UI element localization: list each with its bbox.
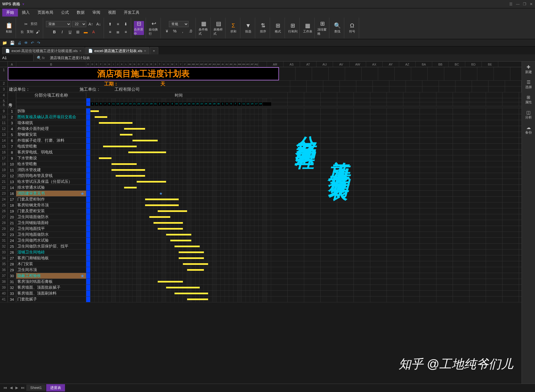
cond-format-button[interactable]: ▦条件格式 bbox=[199, 21, 209, 35]
task-row[interactable]: 2417门套及壁柜制作 bbox=[0, 197, 522, 202]
fx-icon[interactable]: 🔍 fx bbox=[34, 56, 48, 60]
task-row[interactable]: 3730隐蔽工程验收★ bbox=[0, 273, 522, 279]
paste-button[interactable]: 📋粘贴 bbox=[4, 21, 14, 35]
menu-data[interactable]: 数据 bbox=[73, 9, 89, 17]
task-row[interactable]: 2316消防建审意见书★★ bbox=[0, 191, 522, 197]
preview-icon[interactable]: 👁 bbox=[24, 41, 28, 45]
file-tab-0[interactable]: 📄excel-高层住宅楼施工进度计划横道图.xls× bbox=[2, 47, 85, 54]
sp-prop[interactable]: ⊞属性 bbox=[525, 95, 532, 105]
nav-next-icon[interactable]: ▶ bbox=[14, 386, 19, 390]
filter-button[interactable]: ▼筛选 bbox=[243, 21, 253, 35]
border-icon[interactable]: ⊞ bbox=[75, 29, 81, 35]
task-row[interactable]: 2922卫生间地面找平 bbox=[0, 226, 522, 232]
align-mid-icon[interactable]: ≡ bbox=[115, 21, 121, 27]
task-row[interactable]: 3124卫生间做闭水试验 bbox=[0, 238, 522, 244]
font-select[interactable]: 宋体 bbox=[46, 21, 71, 27]
task-row[interactable]: 3629卫生间吊顶 bbox=[0, 267, 522, 273]
open-icon[interactable]: 📁 bbox=[2, 41, 7, 45]
menu-review[interactable]: 审阅 bbox=[89, 9, 104, 17]
align-center-icon[interactable]: ≣ bbox=[115, 29, 121, 35]
font-color-icon[interactable]: A bbox=[90, 29, 97, 35]
task-row[interactable]: 3528木门安装 bbox=[0, 261, 522, 267]
task-row[interactable]: 2214排水管通水试验 bbox=[0, 185, 522, 191]
wrap-button[interactable]: ↩自动换行 bbox=[149, 21, 159, 35]
sp-analyze[interactable]: ◫分析 bbox=[525, 110, 532, 120]
number-format-select[interactable]: 常规 bbox=[169, 21, 189, 27]
menu-view[interactable]: 视图 bbox=[104, 9, 120, 17]
print-icon[interactable]: 🖨 bbox=[17, 41, 21, 45]
sheet-tab-0[interactable]: Sheet1 bbox=[26, 384, 46, 391]
align-top-icon[interactable]: ⬆ bbox=[107, 21, 113, 27]
task-row[interactable]: 135塑钢窗安装 bbox=[0, 132, 522, 138]
copy-icon[interactable]: ⎘ bbox=[19, 29, 25, 35]
table-style-button[interactable]: ▤表格样式 bbox=[213, 21, 224, 35]
sheet-area[interactable]: ABCDEFGHIJKLMNOPQRSTUVWXYZAAABACADAEAFAG… bbox=[0, 62, 522, 384]
task-row[interactable]: 3023卫生间地面做防水 bbox=[0, 232, 522, 238]
align-right-icon[interactable]: ≡ bbox=[122, 29, 129, 35]
task-row[interactable]: 179下水管敷设 bbox=[0, 155, 522, 161]
sum-button[interactable]: Σ求和 bbox=[228, 21, 238, 35]
task-row[interactable]: 1810给水管暗敷 bbox=[0, 161, 522, 167]
merge-button[interactable]: ⊟合并居中 bbox=[134, 21, 144, 35]
symbol-button[interactable]: Ω符号 bbox=[347, 21, 357, 35]
task-row[interactable]: 168客房穿电线、弱电线 bbox=[0, 150, 522, 155]
decrease-font-icon[interactable]: A↓ bbox=[95, 21, 102, 27]
task-row[interactable]: 3932客房墙面、顶面批嵌腻子 bbox=[0, 285, 522, 291]
save-icon[interactable]: 💾 bbox=[10, 41, 15, 45]
task-row[interactable]: 2518客房轻钢龙骨吊顶 bbox=[0, 202, 522, 208]
increase-font-icon[interactable]: A↑ bbox=[87, 21, 94, 27]
sp-new[interactable]: ✚新建 bbox=[525, 64, 532, 74]
task-row[interactable]: 2821卫生间铺贴墙面砖 bbox=[0, 220, 522, 226]
menu-start[interactable]: 开始 bbox=[2, 9, 18, 17]
align-bot-icon[interactable]: ⬇ bbox=[122, 21, 129, 27]
close-tab-icon[interactable]: × bbox=[144, 49, 146, 53]
sheet-tab-1[interactable]: 进度表 bbox=[46, 384, 65, 391]
task-row[interactable]: 2720卫生间墙面做防水 bbox=[0, 214, 522, 220]
freeze-button[interactable]: ⊞冻结窗格 bbox=[317, 21, 327, 35]
menu-icon[interactable]: ☰ bbox=[509, 2, 513, 6]
menu-layout[interactable]: 页面布局 bbox=[34, 9, 57, 17]
currency-icon[interactable]: ¥ bbox=[164, 28, 170, 34]
close-icon[interactable]: ✕ bbox=[530, 2, 533, 6]
format-painter-icon[interactable]: 🖌 bbox=[34, 29, 41, 35]
minimize-icon[interactable]: — bbox=[516, 2, 520, 6]
menu-insert[interactable]: 插入 bbox=[18, 9, 34, 17]
nav-first-icon[interactable]: ⏮ bbox=[2, 386, 8, 390]
percent-icon[interactable]: % bbox=[171, 28, 178, 34]
task-row[interactable]: 4134门套批腻子 bbox=[0, 297, 522, 302]
task-row[interactable]: 124外墙体介面剂处理 bbox=[0, 126, 522, 132]
task-row[interactable]: 1911消防水管改建 bbox=[0, 167, 522, 173]
task-row[interactable]: 2619门套及壁柜安装 bbox=[0, 208, 522, 214]
align-left-icon[interactable]: ≡ bbox=[107, 29, 113, 35]
find-button[interactable]: 🔍查找 bbox=[332, 21, 342, 35]
task-row[interactable]: 102图纸复核及确认及召开项目交底会 bbox=[0, 114, 522, 120]
formula-input[interactable]: 酒店项目施工进度计划表 bbox=[48, 55, 535, 60]
task-row[interactable]: 113墙体砌筑 bbox=[0, 120, 522, 126]
cut-icon[interactable]: ✂ bbox=[23, 21, 29, 27]
sp-select[interactable]: ☰选择 bbox=[525, 80, 532, 90]
rowcol-button[interactable]: ⊞行和列 bbox=[288, 21, 298, 35]
add-tab-button[interactable]: + bbox=[150, 47, 158, 54]
inc-decimal-icon[interactable]: .0 bbox=[187, 28, 194, 34]
close-tab-icon[interactable]: × bbox=[79, 49, 82, 53]
fill-color-icon[interactable]: ▬ bbox=[82, 29, 89, 35]
nav-last-icon[interactable]: ⏭ bbox=[20, 386, 26, 390]
task-row[interactable]: 4033客房墙面、顶面刷涂料 bbox=[0, 291, 522, 297]
task-row[interactable]: 2113给水管试压及保温（分层试压） bbox=[0, 179, 522, 185]
task-row[interactable]: 3831客房顶封纸面石膏板 bbox=[0, 279, 522, 285]
menu-formula[interactable]: 公式 bbox=[57, 9, 73, 17]
restore-icon[interactable]: ❐ bbox=[523, 2, 526, 6]
undo-icon[interactable]: ↶ bbox=[31, 41, 34, 45]
task-row[interactable]: 3225卫生间做防水层保护层、找平 bbox=[0, 244, 522, 249]
underline-icon[interactable]: U bbox=[67, 29, 73, 35]
nav-prev-icon[interactable]: ◀ bbox=[9, 386, 14, 390]
task-row[interactable]: 2012消防弱电布管及穿线 bbox=[0, 173, 522, 179]
task-row[interactable]: 3427客房门廊铺贴地板 bbox=[0, 255, 522, 261]
file-tab-1[interactable]: 📄excel-酒店施工进度计划表.xls× bbox=[85, 47, 149, 54]
redo-icon[interactable]: ↷ bbox=[37, 41, 40, 45]
task-row[interactable]: 3326湿铺卫生间地砖 bbox=[0, 249, 522, 255]
name-box[interactable]: A1 bbox=[0, 54, 34, 61]
menu-dev[interactable]: 开发工具 bbox=[120, 9, 143, 17]
sheet-button[interactable]: ▦工作表 bbox=[303, 21, 313, 35]
bold-icon[interactable]: B bbox=[51, 29, 58, 35]
